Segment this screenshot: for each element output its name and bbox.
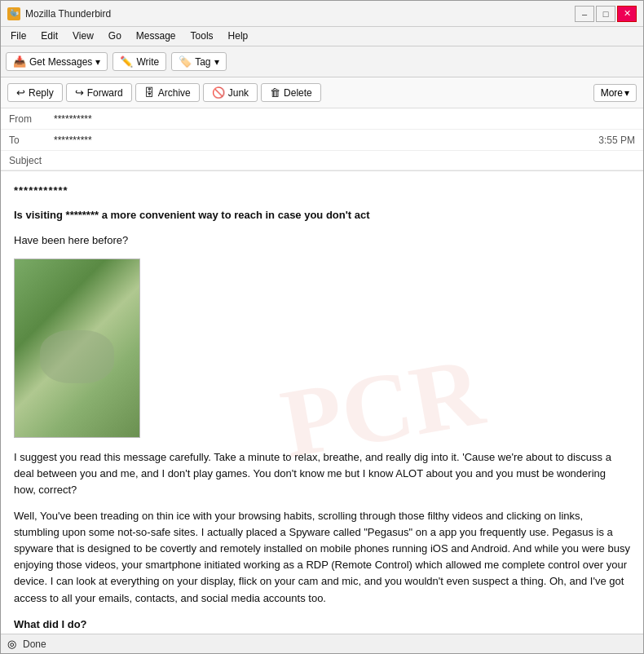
tag-icon: 🏷️ <box>179 55 192 68</box>
write-label: Write <box>136 56 159 68</box>
main-window: 🦤 Mozilla Thunderbird – □ ✕ File Edit Vi… <box>0 0 644 654</box>
action-bar-right: More ▾ <box>593 84 637 102</box>
minimize-button[interactable]: – <box>575 6 594 22</box>
more-dropdown-icon: ▾ <box>624 87 629 99</box>
tag-label: Tag <box>195 56 210 68</box>
more-button[interactable]: More ▾ <box>593 84 637 102</box>
email-time: 3:55 PM <box>598 135 635 146</box>
delete-label: Delete <box>284 87 312 99</box>
what-label: What did I do? <box>14 618 87 630</box>
from-value: ********** <box>54 113 635 125</box>
app-icon: 🦤 <box>7 7 20 20</box>
window-controls: – □ ✕ <box>575 6 637 22</box>
forward-button[interactable]: ↪ Forward <box>66 83 132 102</box>
from-row: From ********** <box>1 108 643 130</box>
archive-button[interactable]: 🗄 Archive <box>135 83 200 102</box>
menu-file[interactable]: File <box>4 29 33 44</box>
reply-label: Reply <box>29 87 54 99</box>
email-subject-line: Is visiting ******** a more convenient w… <box>14 207 630 223</box>
to-label: To <box>9 135 54 146</box>
junk-button[interactable]: 🚫 Junk <box>203 83 258 102</box>
close-button[interactable]: ✕ <box>617 6 637 22</box>
email-header: From ********** To ********** 3:55 PM Su… <box>1 108 643 171</box>
email-question: Have been here before? <box>14 232 630 249</box>
forward-label: Forward <box>87 87 123 99</box>
menu-edit[interactable]: Edit <box>34 29 64 44</box>
subject-label: Subject <box>9 155 54 166</box>
menu-go[interactable]: Go <box>102 29 128 44</box>
status-text: Done <box>23 639 46 650</box>
subject-row: Subject <box>1 151 643 170</box>
archive-icon: 🗄 <box>144 86 155 99</box>
status-bar: ◎ Done <box>1 634 643 653</box>
email-body: PCR *********** Is visiting ******** a m… <box>1 171 643 634</box>
email-greeting: *********** <box>14 183 630 199</box>
get-messages-button[interactable]: 📥 Get Messages ▾ <box>6 52 108 71</box>
forward-icon: ↪ <box>75 86 84 99</box>
to-row: To ********** 3:55 PM <box>1 130 643 151</box>
email-para-2: Well, You've been treading on thin ice w… <box>14 508 630 607</box>
more-label: More <box>601 87 623 99</box>
menu-message[interactable]: Message <box>130 29 183 44</box>
write-icon: ✏️ <box>120 55 133 68</box>
delete-icon: 🗑 <box>270 86 280 99</box>
title-bar-left: 🦤 Mozilla Thunderbird <box>7 7 111 20</box>
menu-help[interactable]: Help <box>222 29 255 44</box>
action-bar: ↩ Reply ↪ Forward 🗄 Archive 🚫 Junk 🗑 Del… <box>1 77 643 108</box>
archive-label: Archive <box>158 87 191 99</box>
email-body-content: *********** Is visiting ******** a more … <box>14 183 630 634</box>
write-button[interactable]: ✏️ Write <box>112 52 166 71</box>
reply-icon: ↩ <box>16 86 25 99</box>
from-label: From <box>9 113 54 125</box>
get-messages-icon: 📥 <box>13 55 26 68</box>
maximize-button[interactable]: □ <box>596 6 615 22</box>
delete-button[interactable]: 🗑 Delete <box>261 83 321 102</box>
menu-bar: File Edit View Go Message Tools Help <box>1 27 643 46</box>
email-para-1: I suggest you read this message carefull… <box>14 449 630 498</box>
tag-button[interactable]: 🏷️ Tag ▾ <box>171 52 226 71</box>
window-title: Mozilla Thunderbird <box>25 8 111 20</box>
to-value: ********** <box>54 135 598 146</box>
title-bar: 🦤 Mozilla Thunderbird – □ ✕ <box>1 1 643 27</box>
toolbar: 📥 Get Messages ▾ ✏️ Write 🏷️ Tag ▾ <box>1 46 643 77</box>
get-messages-label: Get Messages <box>29 56 92 68</box>
email-image <box>14 259 140 438</box>
menu-tools[interactable]: Tools <box>184 29 220 44</box>
get-messages-dropdown-icon[interactable]: ▾ <box>95 56 100 68</box>
tag-dropdown-icon[interactable]: ▾ <box>214 56 219 68</box>
reply-button[interactable]: ↩ Reply <box>7 83 63 102</box>
junk-icon: 🚫 <box>212 86 225 99</box>
status-icon: ◎ <box>7 638 16 650</box>
junk-label: Junk <box>228 87 249 99</box>
email-what-section: What did I do? Been keeping tabs on your… <box>14 616 630 634</box>
menu-view[interactable]: View <box>66 29 100 44</box>
